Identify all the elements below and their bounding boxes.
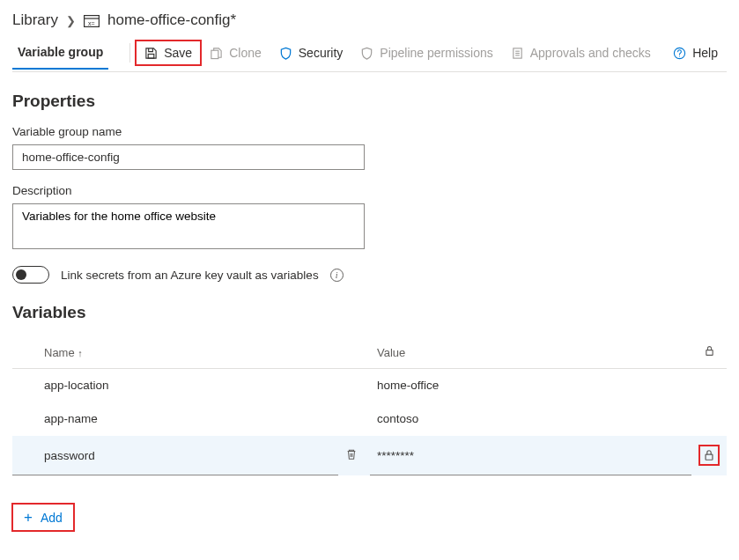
- add-variable-label: Add: [41, 511, 63, 525]
- pipeline-permissions-button: Pipeline permissions: [351, 41, 501, 65]
- variable-value-cell[interactable]: home-office: [370, 369, 691, 402]
- help-button[interactable]: Help: [664, 41, 727, 65]
- toolbar-divider: [129, 43, 130, 63]
- toolbar: Variable group Save Clone Security Pipel…: [12, 36, 727, 72]
- add-variable-button[interactable]: + Add: [12, 504, 74, 531]
- help-button-label: Help: [692, 46, 718, 60]
- security-button[interactable]: Security: [270, 41, 352, 65]
- help-icon: [673, 47, 686, 60]
- variable-name-cell[interactable]: password: [12, 436, 338, 475]
- variable-group-name-input[interactable]: [12, 144, 365, 170]
- svg-point-10: [679, 55, 680, 56]
- variable-value-cell[interactable]: contoso: [370, 402, 691, 436]
- breadcrumb-library[interactable]: Library: [12, 11, 58, 29]
- approvals-checks-button: Approvals and checks: [502, 41, 660, 65]
- delete-icon[interactable]: [345, 450, 358, 463]
- security-button-label: Security: [299, 46, 344, 60]
- clone-button: Clone: [201, 41, 270, 65]
- svg-text:x=: x=: [88, 19, 95, 26]
- info-icon[interactable]: i: [330, 269, 344, 282]
- shield-outline-icon: [360, 47, 373, 60]
- pipeline-permissions-label: Pipeline permissions: [380, 46, 492, 60]
- column-header-name[interactable]: Name ↑: [12, 336, 338, 369]
- svg-rect-4: [211, 50, 218, 58]
- save-button[interactable]: Save: [136, 41, 201, 65]
- approvals-checks-label: Approvals and checks: [530, 46, 651, 60]
- table-row[interactable]: password********: [12, 436, 727, 475]
- lock-icon: [704, 345, 715, 357]
- link-secrets-toggle[interactable]: [12, 266, 49, 284]
- lock-icon: [703, 449, 715, 461]
- svg-rect-12: [706, 454, 713, 460]
- column-header-value[interactable]: Value: [370, 336, 691, 369]
- plus-icon: +: [24, 510, 33, 525]
- breadcrumb-current: home-office-config*: [107, 11, 236, 29]
- breadcrumb: Library ❯ x= home-office-config*: [12, 11, 727, 29]
- description-label: Description: [12, 184, 727, 197]
- variable-group-name-label: Variable group name: [12, 125, 727, 138]
- secret-lock-button[interactable]: [699, 446, 719, 465]
- clone-button-label: Clone: [229, 46, 262, 60]
- variable-name-cell[interactable]: app-location: [12, 369, 338, 402]
- properties-heading: Properties: [12, 92, 727, 111]
- tab-variable-group[interactable]: Variable group: [12, 36, 108, 70]
- table-row[interactable]: app-namecontoso: [12, 402, 727, 436]
- save-icon: [144, 47, 158, 60]
- variable-name-cell[interactable]: app-name: [12, 402, 338, 436]
- description-input[interactable]: Variables for the home office website: [12, 203, 365, 249]
- checklist-icon: [511, 47, 524, 60]
- variables-table: Name ↑ Value app-locationhome-officeapp-…: [12, 336, 727, 475]
- clone-icon: [210, 47, 223, 60]
- variable-group-icon: x=: [84, 11, 100, 29]
- toggle-knob: [16, 269, 26, 280]
- svg-rect-3: [148, 54, 154, 58]
- column-header-lock: [691, 336, 727, 369]
- save-button-label: Save: [164, 46, 192, 60]
- svg-rect-11: [706, 350, 712, 356]
- shield-icon: [279, 47, 292, 60]
- table-row[interactable]: app-locationhome-office: [12, 369, 727, 402]
- sort-asc-icon: ↑: [78, 348, 83, 358]
- chevron-right-icon: ❯: [66, 14, 76, 27]
- link-secrets-label: Link secrets from an Azure key vault as …: [61, 269, 319, 282]
- variable-value-cell[interactable]: ********: [370, 436, 691, 475]
- variables-heading: Variables: [12, 303, 727, 322]
